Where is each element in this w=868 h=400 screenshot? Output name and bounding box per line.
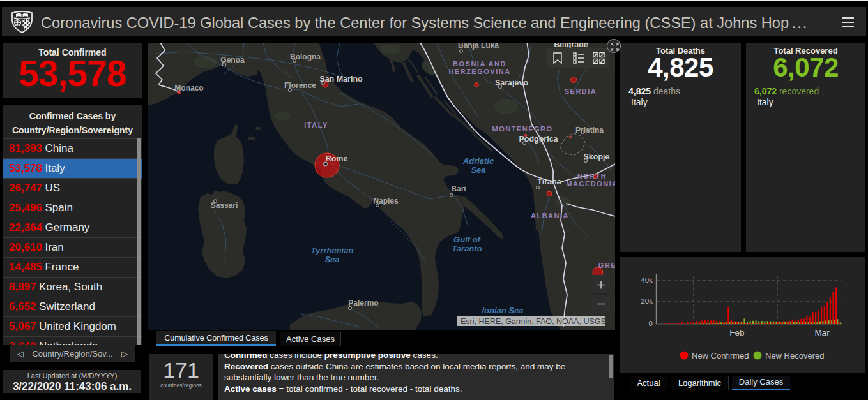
svg-text:Bari: Bari <box>451 184 466 193</box>
svg-text:0: 0 <box>649 320 653 327</box>
svg-text:Gulf of: Gulf of <box>453 235 482 244</box>
svg-text:Rome: Rome <box>326 154 348 163</box>
svg-text:HERZEGOVINA: HERZEGOVINA <box>448 68 510 75</box>
svg-text:Monaco: Monaco <box>174 84 203 93</box>
svg-text:NORTH: NORTH <box>577 172 607 180</box>
svg-text:Mar: Mar <box>814 328 830 337</box>
svg-text:MONTENEGRO: MONTENEGRO <box>492 125 552 133</box>
svg-text:Adriatic: Adriatic <box>462 156 494 166</box>
svg-text:Sassari: Sassari <box>211 201 238 210</box>
svg-text:Naples: Naples <box>373 196 399 205</box>
svg-text:ALBANIA: ALBANIA <box>531 212 569 219</box>
svg-text:Taranto: Taranto <box>452 244 482 253</box>
svg-text:40k: 40k <box>641 276 653 284</box>
svg-text:ITALY: ITALY <box>304 121 328 129</box>
svg-text:Sea: Sea <box>324 255 339 264</box>
svg-text:Esri, HERE, Garmin, FAO, NOAA,: Esri, HERE, Garmin, FAO, NOAA, USGS <box>461 317 606 326</box>
svg-text:Tirana: Tirana <box>537 177 561 186</box>
svg-text:Florence: Florence <box>284 81 316 90</box>
svg-text:BOSNIA AND: BOSNIA AND <box>453 60 506 68</box>
svg-text:Sarajevo: Sarajevo <box>495 78 528 87</box>
svg-text:Banja Luka: Banja Luka <box>458 43 499 50</box>
svg-text:MACEDONIA: MACEDONIA <box>566 180 615 188</box>
svg-text:New Confirmed: New Confirmed <box>692 351 749 360</box>
svg-text:SERBIA: SERBIA <box>565 87 597 95</box>
svg-text:Feb: Feb <box>729 328 744 337</box>
svg-text:Bologna: Bologna <box>290 52 321 61</box>
svg-text:San Marino: San Marino <box>319 75 363 84</box>
svg-text:Skopje: Skopje <box>584 152 610 161</box>
svg-text:Ionian Sea: Ionian Sea <box>482 306 523 315</box>
svg-text:20k: 20k <box>641 297 653 305</box>
svg-text:Genoa: Genoa <box>220 56 245 64</box>
svg-text:New Recovered: New Recovered <box>765 351 825 360</box>
svg-text:Palermo: Palermo <box>348 299 378 307</box>
svg-text:GRE: GRE <box>598 262 615 269</box>
svg-text:Sea: Sea <box>471 165 485 175</box>
svg-text:Tyrrhenian: Tyrrhenian <box>311 246 354 255</box>
svg-text:Pristina: Pristina <box>575 126 604 135</box>
svg-text:Podgorica: Podgorica <box>519 135 558 144</box>
